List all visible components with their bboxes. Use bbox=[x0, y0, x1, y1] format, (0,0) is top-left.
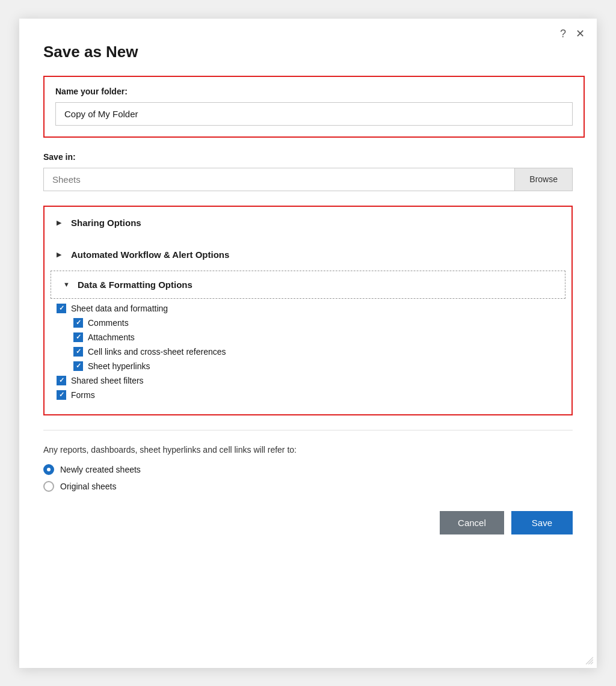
radio-original-sheets-icon bbox=[43, 481, 54, 492]
save-in-input[interactable] bbox=[43, 168, 514, 191]
resize-handle[interactable] bbox=[585, 656, 593, 664]
sharing-options-title: Sharing Options bbox=[71, 218, 141, 228]
radio-original-sheets[interactable]: Original sheets bbox=[43, 481, 573, 492]
checkbox-forms-icon bbox=[57, 390, 66, 400]
checkbox-sheet-data[interactable]: Sheet data and formatting bbox=[57, 304, 559, 313]
sharing-arrow-icon: ▶ bbox=[57, 219, 64, 227]
cancel-button[interactable]: Cancel bbox=[440, 511, 504, 534]
footer-buttons: Cancel Save bbox=[43, 511, 573, 534]
data-formatting-item: ▼ Data & Formatting Options Sheet data a… bbox=[45, 271, 571, 412]
checkbox-shared-filters-label: Shared sheet filters bbox=[71, 376, 144, 385]
divider bbox=[43, 430, 573, 430]
options-section: ▶ Sharing Options ▶ Automated Workflow &… bbox=[43, 206, 573, 415]
checkbox-forms[interactable]: Forms bbox=[57, 390, 559, 400]
checkbox-sheet-hyperlinks-icon bbox=[73, 361, 83, 371]
data-formatting-title: Data & Formatting Options bbox=[78, 280, 192, 290]
checkbox-attachments-icon bbox=[73, 332, 83, 342]
checkbox-sheet-data-label: Sheet data and formatting bbox=[71, 304, 168, 313]
close-button[interactable]: ✕ bbox=[576, 28, 585, 39]
checkbox-forms-label: Forms bbox=[71, 390, 95, 400]
data-formatting-arrow-icon: ▼ bbox=[63, 281, 70, 288]
workflow-title: Automated Workflow & Alert Options bbox=[71, 250, 229, 260]
checkbox-cell-links-label: Cell links and cross-sheet references bbox=[88, 347, 226, 357]
checkbox-sheet-data-icon bbox=[57, 304, 66, 313]
save-in-label: Save in: bbox=[43, 152, 573, 162]
help-button[interactable]: ? bbox=[560, 28, 566, 39]
workflow-arrow-icon: ▶ bbox=[57, 251, 64, 259]
checkbox-sheet-hyperlinks-label: Sheet hyperlinks bbox=[88, 361, 150, 371]
svg-line-2 bbox=[591, 662, 593, 664]
svg-line-1 bbox=[588, 660, 593, 664]
checkbox-shared-filters[interactable]: Shared sheet filters bbox=[57, 376, 559, 385]
checkbox-attachments[interactable]: Attachments bbox=[57, 332, 559, 342]
checkbox-comments-icon bbox=[73, 318, 83, 328]
radio-newly-created-label: Newly created sheets bbox=[60, 465, 141, 474]
checkbox-comments[interactable]: Comments bbox=[57, 318, 559, 328]
checkbox-shared-filters-icon bbox=[57, 376, 66, 385]
checkbox-attachments-label: Attachments bbox=[88, 332, 135, 342]
browse-button[interactable]: Browse bbox=[514, 168, 573, 191]
folder-name-input[interactable] bbox=[55, 102, 573, 126]
data-formatting-checkboxes: Sheet data and formatting Comments Attac… bbox=[45, 301, 571, 412]
save-in-section: Save in: Browse bbox=[43, 152, 573, 191]
reference-description: Any reports, dashboards, sheet hyperlink… bbox=[43, 445, 573, 455]
sharing-options-header[interactable]: ▶ Sharing Options bbox=[45, 207, 571, 239]
checkbox-sheet-hyperlinks[interactable]: Sheet hyperlinks bbox=[57, 361, 559, 371]
dialog-title: Save as New bbox=[43, 43, 573, 61]
radio-newly-created[interactable]: Newly created sheets bbox=[43, 464, 573, 475]
checkbox-cell-links[interactable]: Cell links and cross-sheet references bbox=[57, 347, 559, 357]
name-folder-label: Name your folder: bbox=[55, 87, 573, 96]
workflow-header[interactable]: ▶ Automated Workflow & Alert Options bbox=[45, 239, 571, 271]
reference-section: Any reports, dashboards, sheet hyperlink… bbox=[43, 443, 573, 492]
save-as-new-dialog: ? ✕ Save as New Name your folder: Save i… bbox=[19, 19, 597, 668]
save-button[interactable]: Save bbox=[511, 511, 573, 534]
checkbox-comments-label: Comments bbox=[88, 318, 129, 328]
name-folder-section: Name your folder: bbox=[43, 76, 585, 138]
radio-newly-created-icon bbox=[43, 464, 54, 475]
sharing-options-item: ▶ Sharing Options bbox=[45, 207, 571, 239]
data-formatting-header[interactable]: ▼ Data & Formatting Options bbox=[51, 271, 565, 299]
radio-original-sheets-label: Original sheets bbox=[60, 482, 116, 491]
dialog-controls: ? ✕ bbox=[560, 28, 585, 39]
save-in-row: Browse bbox=[43, 168, 573, 191]
checkbox-cell-links-icon bbox=[73, 347, 83, 357]
workflow-item: ▶ Automated Workflow & Alert Options bbox=[45, 239, 571, 271]
